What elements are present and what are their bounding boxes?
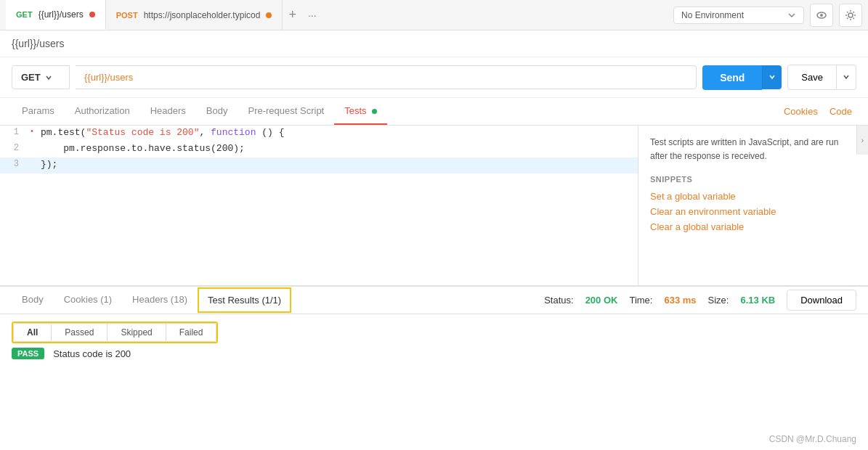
status-value: 200 OK — [585, 295, 618, 306]
url-input[interactable] — [76, 65, 697, 89]
test-row-0: PASS Status code is 200 — [12, 343, 856, 364]
page-title: {{url}}/users — [0, 30, 868, 57]
bottom-panel: Body Cookies (1) Headers (18) Test Resul… — [0, 285, 868, 371]
line-bullet-3 — [26, 158, 38, 160]
response-status-bar: Status: 200 OK Time: 633 ms Size: 6.13 K… — [544, 290, 856, 311]
add-tab-button[interactable]: + — [285, 4, 299, 25]
send-button[interactable]: Send — [702, 65, 762, 90]
bottom-tab-headers[interactable]: Headers (18) — [122, 287, 198, 314]
tab-post-dot — [266, 12, 272, 18]
eye-button[interactable] — [810, 4, 833, 27]
env-label: No Environment — [681, 10, 744, 20]
code-line-1: 1 • pm.test("Status code is 200", functi… — [0, 126, 638, 142]
eye-icon — [816, 9, 827, 21]
code-content-3: }); — [38, 158, 638, 171]
more-tabs-button[interactable]: ··· — [305, 7, 320, 24]
code-line-2: 2 pm.response.to.have.status(200); — [0, 142, 638, 158]
test-name: Status code is 200 — [53, 348, 131, 359]
bottom-tab-body[interactable]: Body — [12, 287, 54, 314]
watermark: CSDN @Mr.D.Chuang — [769, 434, 856, 444]
line-num-3: 3 — [0, 158, 26, 169]
svg-point-2 — [848, 13, 853, 17]
save-chevron-icon — [843, 73, 850, 81]
method-chevron-icon — [45, 74, 52, 81]
filter-skipped[interactable]: Skipped — [108, 323, 166, 342]
send-btn-group: Send — [702, 65, 782, 90]
line-num-1: 1 — [0, 126, 26, 137]
code-content-2: pm.response.to.have.status(200); — [38, 142, 638, 155]
method-dropdown[interactable]: GET — [12, 65, 70, 89]
bottom-tab-test-results[interactable]: Test Results (1/1) — [198, 287, 291, 313]
tab-tests[interactable]: Tests — [334, 98, 387, 125]
snippet-set-global[interactable]: Set a global variable — [650, 191, 845, 202]
tab-params[interactable]: Params — [12, 98, 65, 125]
code-link[interactable]: Code — [825, 106, 856, 117]
tab-authorization[interactable]: Authorization — [65, 98, 140, 125]
tab-post[interactable]: POST https://jsonplaceholder.typicod — [106, 0, 283, 30]
nav-tab-right: Cookies Code — [779, 106, 856, 117]
time-label: Time: — [629, 295, 652, 306]
bottom-tabs: Body Cookies (1) Headers (18) Test Resul… — [0, 287, 868, 314]
filter-all[interactable]: All — [13, 323, 52, 342]
env-dropdown[interactable]: No Environment — [673, 7, 804, 24]
send-dropdown-button[interactable] — [762, 65, 782, 89]
time-value: 633 ms — [664, 295, 696, 306]
tab-get-dot — [89, 12, 95, 17]
tab-post-label: https://jsonplaceholder.typicod — [144, 10, 261, 20]
filter-passed[interactable]: Passed — [52, 323, 108, 342]
tab-get-users[interactable]: GET {{url}}/users — [6, 0, 106, 30]
tab-actions: + ··· — [285, 4, 319, 25]
code-editor[interactable]: 1 • pm.test("Status code is 200", functi… — [0, 126, 638, 285]
snippet-clear-global[interactable]: Clear a global variable — [650, 221, 845, 232]
save-button[interactable]: Save — [787, 65, 837, 90]
method-get-label: GET — [16, 10, 33, 19]
snippets-title: SNIPPETS — [650, 175, 845, 184]
test-filter-box: All Passed Skipped Failed — [12, 322, 218, 343]
main-split: 1 • pm.test("Status code is 200", functi… — [0, 126, 868, 285]
chevron-down-icon — [787, 11, 796, 20]
line-num-2: 2 — [0, 142, 26, 153]
expand-snippets-button[interactable]: › — [856, 126, 868, 155]
env-bar: No Environment — [673, 4, 862, 27]
send-chevron-icon — [768, 73, 776, 81]
line-bullet-2 — [26, 142, 38, 144]
svg-point-1 — [820, 14, 823, 17]
gear-icon — [845, 9, 856, 21]
tests-active-dot — [372, 109, 377, 114]
cookies-link[interactable]: Cookies — [779, 106, 822, 117]
snippet-clear-env[interactable]: Clear an environment variable — [650, 206, 845, 217]
test-results-area: All Passed Skipped Failed PASS Status co… — [0, 314, 868, 371]
settings-button[interactable] — [839, 4, 862, 27]
tab-get-users-label: {{url}}/users — [38, 9, 84, 20]
save-dropdown-button[interactable] — [837, 65, 856, 90]
tab-bar: GET {{url}}/users POST https://jsonplace… — [0, 0, 868, 30]
snippets-area: Test scripts are written in JavaScript, … — [638, 126, 856, 285]
status-label: Status: — [544, 295, 573, 306]
tab-headers[interactable]: Headers — [140, 98, 196, 125]
size-label: Size: — [708, 295, 729, 306]
bottom-tab-cookies[interactable]: Cookies (1) — [54, 287, 122, 314]
method-value: GET — [21, 72, 41, 83]
filter-failed[interactable]: Failed — [166, 323, 217, 342]
pass-badge: PASS — [12, 348, 44, 359]
nav-tabs: Params Authorization Headers Body Pre-re… — [0, 98, 868, 126]
save-btn-group: Save — [787, 65, 856, 90]
download-button[interactable]: Download — [787, 290, 856, 311]
snippets-description: Test scripts are written in JavaScript, … — [650, 136, 845, 163]
code-content-1: pm.test("Status code is 200", function (… — [38, 126, 638, 139]
tab-pre-request-script[interactable]: Pre-request Script — [238, 98, 334, 125]
line-bullet-1: • — [26, 126, 38, 136]
request-bar: GET Send Save — [0, 57, 868, 98]
method-post-label: POST — [116, 11, 138, 20]
tab-body[interactable]: Body — [196, 98, 238, 125]
code-line-3: 3 }); — [0, 158, 638, 173]
size-value: 6.13 KB — [740, 295, 775, 306]
